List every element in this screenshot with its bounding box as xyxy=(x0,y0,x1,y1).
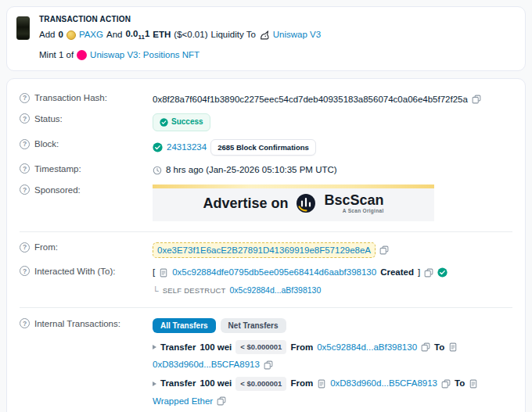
tab-net-transfers[interactable]: Net Transfers xyxy=(221,318,286,333)
self-destruct-address-link[interactable]: 0x5c92884d...aBf398130 xyxy=(230,285,322,297)
status-label: Status: xyxy=(34,114,63,124)
internal-transfer-row: Transfer 100 wei < $0.000001 From 0x5c92… xyxy=(153,340,512,372)
help-icon[interactable] xyxy=(20,93,30,103)
eth-usd: ($<0.01) xyxy=(174,28,207,41)
tab-all-transfers[interactable]: All Transfers xyxy=(153,318,216,333)
from-label: From xyxy=(290,377,313,390)
copy-icon[interactable] xyxy=(217,396,226,406)
transfer-label: Transfer xyxy=(160,341,196,354)
eth-amount: 0.0111 xyxy=(125,27,149,42)
from-address-link[interactable]: 0x5c92884d...aBf398130 xyxy=(317,341,417,354)
and-label: And xyxy=(106,28,122,41)
contract-icon xyxy=(469,379,478,389)
bracket-close: ] xyxy=(418,266,420,279)
action-content: TRANSACTION ACTION Add 0 PAXG And 0.0111… xyxy=(39,15,321,63)
transfer-label: Transfer xyxy=(160,377,196,390)
to-address-link[interactable]: Wrapped Ether xyxy=(153,395,213,408)
row-status: Status: Success xyxy=(20,109,512,135)
transaction-page: TRANSACTION ACTION Add 0 PAXG And 0.0111… xyxy=(6,6,526,412)
eth-unit: ETH xyxy=(153,28,171,41)
copy-icon[interactable] xyxy=(264,360,273,370)
block-check-icon xyxy=(153,142,163,152)
block-number-link[interactable]: 24313234 xyxy=(167,141,207,154)
help-icon[interactable] xyxy=(20,185,30,195)
verified-check-icon xyxy=(437,267,448,278)
from-address-link[interactable]: 0xD83d960d...B5CFA8913 xyxy=(330,377,437,390)
usd-badge: < $0.000001 xyxy=(235,377,286,391)
success-check-icon xyxy=(160,118,168,127)
to-label: To xyxy=(455,377,465,390)
clock-icon xyxy=(153,166,162,175)
help-icon[interactable] xyxy=(20,318,30,328)
transaction-hash-value: 0x8f28a7f604f1b3890c2275eec54cd7deb40935… xyxy=(153,93,468,106)
uniswap-unicorn-icon xyxy=(259,30,270,41)
add-amount: 0 xyxy=(58,28,63,41)
sponsored-label: Sponsored: xyxy=(34,185,81,195)
contract-icon xyxy=(317,379,326,389)
from-label: From xyxy=(290,341,313,354)
ad-tagline: A Scan Original xyxy=(343,209,384,214)
internal-transactions-label: Internal Transactions: xyxy=(34,319,120,328)
mint-prefix: Mint 1 of xyxy=(39,48,74,62)
row-internal-transactions: Internal Transactions: All Transfers Net… xyxy=(20,314,512,412)
bracket-open: [ xyxy=(153,266,155,279)
positions-nft-icon xyxy=(77,50,87,60)
paxg-token-icon xyxy=(66,30,76,40)
add-label: Add xyxy=(39,28,55,41)
help-icon[interactable] xyxy=(20,266,30,276)
row-timestamp: Timestamp: 8 hrs ago (Jan-25-2026 05:10:… xyxy=(20,159,512,181)
row-interacted-with: Interacted With (To): [ 0x5c92884dfe0795… xyxy=(20,262,512,301)
timestamp-value: 8 hrs ago (Jan-25-2026 05:10:35 PM UTC) xyxy=(166,163,337,177)
transaction-action-card: TRANSACTION ACTION Add 0 PAXG And 0.0111… xyxy=(6,6,526,71)
corner-icon xyxy=(153,285,159,298)
row-sponsored: Sponsored: Advertise on BscScan A Scan O… xyxy=(20,181,512,225)
contract-icon xyxy=(159,268,168,278)
to-address-link[interactable]: 0xD83d960d...B5CFA8913 xyxy=(153,358,260,371)
row-transaction-hash: Transaction Hash: 0x8f28a7f604f1b3890c22… xyxy=(20,89,512,110)
nft-thumbnail[interactable] xyxy=(16,16,30,40)
copy-icon[interactable] xyxy=(421,342,430,352)
liquidity-to-label: Liquidity To xyxy=(210,28,255,41)
positions-nft-link[interactable]: Uniswap V3: Positions NFT xyxy=(90,48,200,62)
interacted-with-label: Interacted With (To): xyxy=(34,267,116,276)
timestamp-label: Timestamp: xyxy=(34,164,81,174)
from-label: From: xyxy=(34,242,58,252)
row-block: Block: 24313234 2685 Block Confirmations xyxy=(20,135,512,160)
interacted-contract-line: [ 0x5c92884dfe0795db5ee095e68414d6aabf39… xyxy=(153,266,512,279)
action-line-liquidity: Add 0 PAXG And 0.0111 ETH ($<0.01) Liqui… xyxy=(39,27,321,42)
internal-transfer-row: Transfer 100 wei < $0.000001 From 0xD83d… xyxy=(153,377,512,409)
paxg-link[interactable]: PAXG xyxy=(79,28,103,41)
status-badge: Success xyxy=(153,113,210,131)
row-from: From: 0xe3E73f1E6acE2B27891D41369919e8F5… xyxy=(20,238,512,263)
help-icon[interactable] xyxy=(20,242,30,253)
copy-icon[interactable] xyxy=(441,379,451,389)
ad-text: Advertise on xyxy=(203,193,288,213)
caret-icon[interactable] xyxy=(153,345,156,349)
copy-icon[interactable] xyxy=(379,245,389,255)
action-line-mint: Mint 1 of Uniswap V3: Positions NFT xyxy=(39,48,321,62)
usd-badge: < $0.000001 xyxy=(235,340,286,354)
self-destruct-line: SELF DESTRUCT 0x5c92884d...aBf398130 xyxy=(153,285,512,298)
self-destruct-label: SELF DESTRUCT xyxy=(163,285,226,296)
ad-brand: BscScan xyxy=(324,193,383,207)
transaction-hash-label: Transaction Hash: xyxy=(34,93,107,102)
help-icon[interactable] xyxy=(20,139,30,149)
action-title: TRANSACTION ACTION xyxy=(39,15,321,23)
divider xyxy=(20,231,512,232)
help-icon[interactable] xyxy=(20,113,30,124)
block-confirmations-badge: 2685 Block Confirmations xyxy=(210,139,316,156)
copy-icon[interactable] xyxy=(424,268,433,278)
from-address-link[interactable]: 0xe3E73f1E6acE2B27891D41369919e8F57129e8… xyxy=(153,242,376,259)
transaction-details-card: Transaction Hash: 0x8f28a7f604f1b3890c22… xyxy=(6,78,526,412)
ad-banner[interactable]: Advertise on BscScan A Scan Original xyxy=(153,185,434,221)
transfer-amount: 100 wei xyxy=(200,377,232,390)
help-icon[interactable] xyxy=(20,163,30,174)
to-label: To xyxy=(434,341,444,354)
internal-tabs: All Transfers Net Transfers xyxy=(153,318,512,333)
caret-icon[interactable] xyxy=(153,382,156,386)
interacted-address-link[interactable]: 0x5c92884dfe0795db5ee095e68414d6aabf3981… xyxy=(172,266,376,279)
copy-icon[interactable] xyxy=(472,95,481,104)
uniswap-v3-link[interactable]: Uniswap V3 xyxy=(273,28,321,41)
created-label: Created xyxy=(380,266,414,279)
block-label: Block: xyxy=(34,139,59,149)
